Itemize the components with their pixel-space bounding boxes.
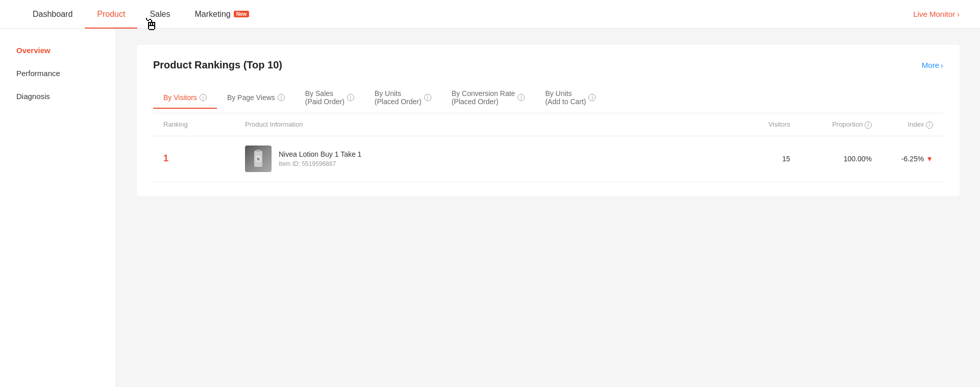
sidebar-item-performance[interactable]: Performance — [0, 62, 116, 85]
by-units-cart-info-icon[interactable]: i — [589, 94, 596, 101]
sidebar-item-overview[interactable]: Overview — [0, 39, 116, 62]
nav-item-product[interactable]: Product — [85, 0, 137, 29]
sidebar: Overview Performance Diagnosis — [0, 29, 116, 387]
table-row: 1 N — [153, 136, 943, 182]
index-info-icon[interactable]: i — [926, 122, 933, 129]
index-value: -6.25% ▼ — [872, 155, 933, 163]
by-sales-info-icon[interactable]: i — [347, 94, 354, 101]
product-info-cell: N Nivea Lotion Buy 1 Take 1 Item ID: 551… — [245, 146, 729, 172]
svg-rect-1 — [256, 150, 260, 152]
top-navigation: Dashboard Product Sales Marketing New Li… — [0, 0, 980, 29]
tab-by-sales-paid[interactable]: By Sales(Paid Order) i — [295, 83, 364, 113]
nav-items: Dashboard Product Sales Marketing New — [20, 0, 261, 29]
product-image: N — [245, 146, 272, 172]
tab-by-conversion-rate[interactable]: By Conversion Rate(Placed Order) i — [442, 83, 535, 113]
tab-by-page-views[interactable]: By Page Views i — [217, 87, 295, 109]
proportion-info-icon[interactable]: i — [865, 122, 872, 129]
col-visitors: Visitors — [729, 120, 790, 129]
product-name: Nivea Lotion Buy 1 Take 1 — [279, 150, 361, 158]
down-trend-icon: ▼ — [926, 155, 933, 163]
by-page-views-info-icon[interactable]: i — [278, 94, 285, 101]
nav-item-sales[interactable]: Sales — [137, 0, 182, 29]
rankings-table: Ranking Product Information Visitors Pro… — [153, 113, 943, 182]
table-header: Ranking Product Information Visitors Pro… — [153, 113, 943, 136]
by-visitors-info-icon[interactable]: i — [200, 94, 207, 101]
rank-number: 1 — [163, 153, 245, 164]
sub-tabs: By Visitors i By Page Views i By Sales(P… — [153, 83, 943, 113]
by-units-placed-info-icon[interactable]: i — [424, 94, 431, 101]
product-id: Item ID: 5519596887 — [279, 160, 361, 167]
col-proportion: Proportion i — [790, 120, 872, 129]
nav-item-dashboard[interactable]: Dashboard — [20, 0, 85, 29]
card-header: Product Rankings (Top 10) More › — [153, 59, 943, 71]
marketing-badge: New — [234, 11, 250, 17]
more-link[interactable]: More › — [922, 61, 943, 69]
col-ranking: Ranking — [163, 120, 245, 129]
svg-text:N: N — [257, 157, 259, 161]
main-layout: Overview Performance Diagnosis Product R… — [0, 29, 980, 387]
by-conversion-info-icon[interactable]: i — [518, 94, 525, 101]
sidebar-item-diagnosis[interactable]: Diagnosis — [0, 85, 116, 108]
col-index: Index i — [872, 120, 933, 129]
live-monitor-link[interactable]: Live Monitor › — [913, 10, 960, 18]
tab-by-units-placed[interactable]: By Units(Placed Order) i — [364, 83, 442, 113]
card-title: Product Rankings (Top 10) — [153, 59, 282, 71]
visitors-value: 15 — [729, 155, 790, 163]
tab-by-visitors[interactable]: By Visitors i — [153, 87, 217, 109]
main-content: Product Rankings (Top 10) More › By Visi… — [116, 29, 980, 387]
tab-by-units-add-cart[interactable]: By Units(Add to Cart) i — [535, 83, 606, 113]
product-rankings-card: Product Rankings (Top 10) More › By Visi… — [137, 45, 960, 196]
col-product-info: Product Information — [245, 120, 729, 129]
nav-item-marketing[interactable]: Marketing New — [182, 0, 261, 29]
proportion-value: 100.00% — [790, 155, 872, 163]
